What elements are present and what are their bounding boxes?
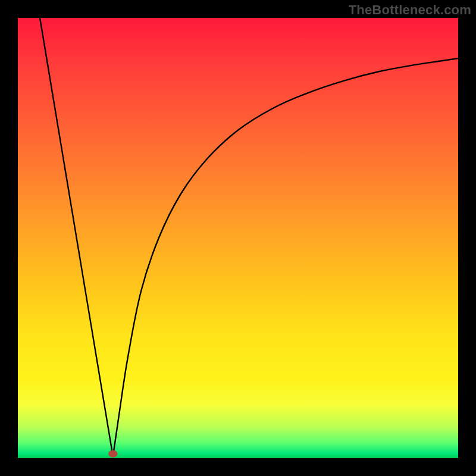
chart-frame: TheBottleneck.com bbox=[0, 0, 476, 476]
watermark-text: TheBottleneck.com bbox=[349, 2, 471, 18]
bottleneck-curve bbox=[40, 18, 458, 456]
plot-area bbox=[18, 18, 458, 458]
curve-layer bbox=[18, 18, 458, 458]
minimum-marker bbox=[108, 450, 117, 458]
